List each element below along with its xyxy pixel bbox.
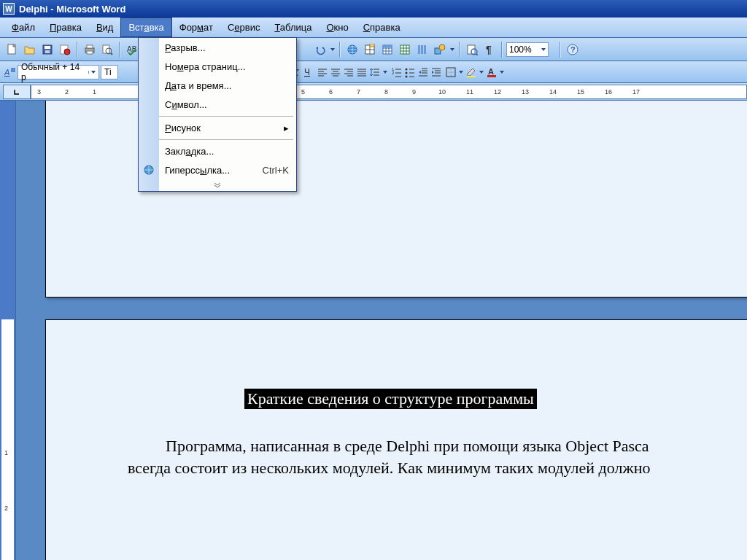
menubar: Файл Правка Вид Вставка Формат Сервис Та… [0, 18, 747, 38]
menu-separator [139, 137, 296, 141]
underline-button[interactable]: Ч [302, 66, 314, 78]
drawing-dd[interactable] [449, 42, 455, 58]
align-left-button[interactable] [317, 66, 328, 78]
menu-item-picture[interactable]: Рисунок ▸ [139, 118, 296, 137]
font-combo[interactable]: Ti [101, 65, 118, 79]
columns-button[interactable] [414, 42, 430, 58]
menu-service[interactable]: Сервис [220, 18, 268, 37]
svg-rect-85 [467, 76, 476, 77]
styles-pane-button[interactable]: A [4, 66, 16, 78]
highlight-button[interactable] [465, 66, 477, 78]
vertical-ruler[interactable]: 1 2 [0, 101, 16, 560]
print-button[interactable] [82, 42, 98, 58]
workarea: 1 2 Краткие сведения о структуре програм… [0, 101, 747, 560]
svg-rect-17 [370, 44, 374, 47]
decrease-indent-button[interactable] [417, 66, 429, 78]
style-combo[interactable]: Обычный + 14 p [18, 65, 99, 79]
font-value: Ti [104, 67, 112, 77]
menu-item-symbol[interactable]: Символ... [139, 95, 296, 114]
borders-dd[interactable] [458, 64, 464, 80]
page-current: Краткие сведения о структуре программы П… [45, 319, 747, 560]
save-button[interactable] [39, 42, 55, 58]
menu-edit[interactable]: Правка [42, 18, 89, 37]
hyperlink-button[interactable] [344, 42, 360, 58]
doc-map-button[interactable] [464, 42, 480, 58]
increase-indent-button[interactable] [430, 66, 442, 78]
permissions-button[interactable] [57, 42, 73, 58]
line-spacing-button[interactable] [369, 66, 381, 78]
svg-text:2: 2 [392, 71, 395, 75]
word-app-icon: W [3, 3, 15, 15]
globe-icon [139, 160, 159, 179]
svg-rect-30 [421, 45, 423, 54]
align-center-button[interactable] [330, 66, 341, 78]
bulleted-list-button[interactable] [404, 66, 416, 78]
svg-point-5 [64, 49, 70, 55]
borders-button[interactable] [445, 66, 457, 78]
style-value: Обычный + 14 p [21, 62, 85, 82]
svg-line-36 [476, 54, 478, 55]
menu-file[interactable]: Файл [4, 18, 42, 37]
svg-line-11 [111, 53, 112, 55]
menu-window[interactable]: Окно [319, 18, 355, 37]
titlebar: W Delphi - Microsoft Word [0, 0, 747, 18]
tables-borders-button[interactable] [362, 42, 378, 58]
font-color-button[interactable]: A [486, 66, 498, 78]
align-justify-button[interactable] [356, 66, 368, 78]
menu-expand-chevron[interactable] [139, 179, 296, 191]
undo-dd-arrow[interactable] [330, 42, 336, 58]
menu-view[interactable]: Вид [89, 18, 121, 37]
svg-text:¶: ¶ [486, 44, 492, 55]
svg-rect-31 [424, 45, 426, 54]
menu-item-date-time[interactable]: Дата и время... [139, 76, 296, 95]
open-button[interactable] [22, 42, 38, 58]
doc-paragraph-line2[interactable]: всегда состоит из нескольких модулей. Ка… [128, 457, 650, 479]
font-color-dd[interactable] [499, 64, 505, 80]
menu-item-hyperlink[interactable]: Гиперссылка... Ctrl+K [139, 160, 296, 179]
tab-selector[interactable] [3, 85, 31, 99]
svg-point-68 [406, 68, 408, 70]
zoom-combo[interactable]: 100% [506, 42, 549, 57]
insert-worksheet-button[interactable] [397, 42, 413, 58]
svg-point-69 [406, 71, 408, 74]
print-preview-button[interactable] [99, 42, 115, 58]
insert-table-button[interactable] [379, 42, 395, 58]
zoom-dd[interactable] [550, 42, 556, 58]
menu-table[interactable]: Таблица [267, 18, 319, 37]
align-right-button[interactable] [343, 66, 355, 78]
zoom-value: 100% [509, 44, 532, 55]
menu-item-break[interactable]: Разрыв... [139, 38, 296, 57]
svg-rect-7 [87, 45, 93, 48]
window-title: Delphi - Microsoft Word [19, 4, 125, 15]
svg-rect-41 [11, 68, 15, 72]
svg-rect-2 [44, 46, 50, 49]
svg-rect-3 [45, 50, 50, 53]
drawing-button[interactable] [432, 42, 448, 58]
doc-paragraph-line1[interactable]: Программа, написанная в среде Delphi при… [166, 435, 649, 457]
menu-insert[interactable]: Вставка [120, 18, 171, 37]
doc-heading[interactable]: Краткие сведения о структуре программы [244, 389, 537, 409]
svg-rect-8 [87, 51, 93, 54]
numbered-list-button[interactable]: 12 [391, 66, 403, 78]
help-button[interactable]: ? [565, 42, 581, 58]
toolbar-formatting: A Обычный + 14 p Ti K Ч 12 A [0, 61, 747, 83]
document-area[interactable]: Краткие сведения о структуре программы П… [16, 101, 747, 560]
svg-rect-29 [418, 45, 420, 54]
new-doc-button[interactable] [4, 42, 20, 58]
svg-rect-24 [400, 45, 409, 54]
menu-item-bookmark[interactable]: Закладка... [139, 141, 296, 160]
highlight-dd[interactable] [479, 64, 484, 80]
undo-dropdown[interactable] [312, 42, 328, 58]
menu-separator [139, 114, 296, 118]
svg-point-70 [406, 75, 408, 77]
menu-format[interactable]: Формат [172, 18, 220, 37]
svg-rect-23 [383, 45, 392, 47]
svg-text:?: ? [570, 45, 576, 54]
line-spacing-dd[interactable] [382, 64, 388, 80]
menu-item-page-numbers[interactable]: Номера страниц... [139, 57, 296, 76]
show-marks-button[interactable]: ¶ [481, 42, 498, 58]
menu-help[interactable]: Справка [356, 18, 408, 37]
svg-text:Ч: Ч [304, 67, 310, 77]
hyperlink-shortcut: Ctrl+K [263, 165, 296, 176]
svg-text:A: A [4, 68, 9, 77]
